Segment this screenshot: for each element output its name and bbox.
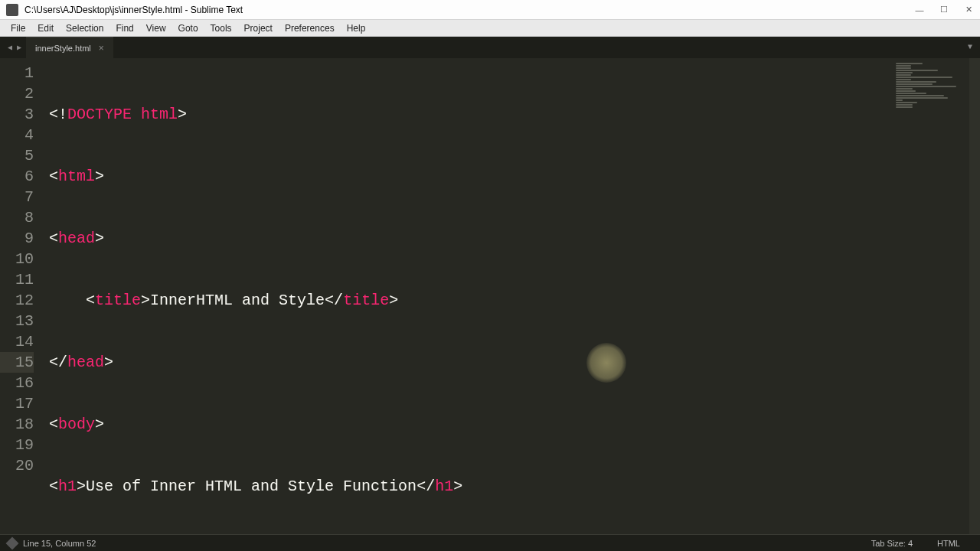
menu-view[interactable]: View: [140, 23, 172, 34]
status-tab-size[interactable]: Tab Size: 4: [859, 539, 925, 548]
menu-goto[interactable]: Goto: [172, 23, 204, 34]
status-icon[interactable]: [6, 536, 19, 549]
menu-selection[interactable]: Selection: [60, 23, 109, 34]
tab-overflow-icon[interactable]: ▼: [968, 43, 972, 51]
menu-help[interactable]: Help: [341, 23, 372, 34]
tab-title: innerStyle.html: [35, 44, 91, 53]
tab-bar: ◀ ▶ innerStyle.html × ▼: [0, 37, 980, 58]
minimize-button[interactable]: —: [914, 5, 925, 15]
window-title: C:\Users\AJ\Desktop\js\innerStyle.html -…: [24, 5, 914, 15]
menu-preferences[interactable]: Preferences: [279, 23, 341, 34]
line-number-gutter: 1234567891011121314151617181920: [0, 58, 43, 534]
app-icon: [6, 4, 18, 16]
menu-edit[interactable]: Edit: [31, 23, 60, 34]
status-cursor-position[interactable]: Line 15, Column 52: [23, 539, 96, 548]
menu-project[interactable]: Project: [238, 23, 279, 34]
code-content[interactable]: <!DOCTYPE html> <html> <head> <title>Inn…: [43, 58, 893, 534]
tab-close-icon[interactable]: ×: [99, 43, 104, 54]
close-button[interactable]: ✕: [963, 5, 974, 15]
tab-nav-arrows[interactable]: ◀ ▶: [3, 37, 26, 58]
menu-file[interactable]: File: [5, 23, 31, 34]
editor-area[interactable]: 1234567891011121314151617181920 <!DOCTYP…: [0, 58, 980, 534]
tab-innerstyle[interactable]: innerStyle.html ×: [26, 37, 113, 58]
maximize-button[interactable]: ☐: [939, 5, 949, 15]
window-titlebar: C:\Users\AJ\Desktop\js\innerStyle.html -…: [0, 0, 980, 20]
menubar: File Edit Selection Find View Goto Tools…: [0, 20, 980, 37]
minimap[interactable]: [893, 58, 969, 534]
vertical-scrollbar[interactable]: [969, 58, 980, 534]
menu-tools[interactable]: Tools: [204, 23, 238, 34]
menu-find[interactable]: Find: [109, 23, 139, 34]
status-syntax[interactable]: HTML: [925, 539, 972, 548]
status-bar: Line 15, Column 52 Tab Size: 4 HTML: [0, 534, 980, 551]
